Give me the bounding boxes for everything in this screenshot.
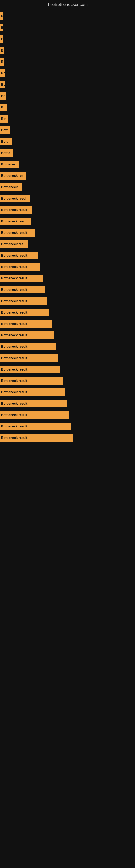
bar-row: Bottleneck result [0,432,135,443]
bar-item: Bottleneck result [0,229,35,237]
bar-row: Bo [0,45,135,56]
bar-item: Bo [0,46,4,54]
bar-row: Bottleneck resul [0,193,135,204]
bar-item: B [0,35,3,43]
bar-item: Bottle [0,149,13,157]
bar-label: Bottleneck result [1,208,27,212]
bar-label: B [1,37,3,41]
bar-row: Bottleneck result [0,341,135,352]
bar-item: Bottleneck result [0,434,74,442]
bar-row: Bot [0,113,135,124]
bar-label: Bottleneck result [1,265,27,269]
bar-label: B [1,26,3,30]
bar-label: Bottleneck res [1,242,24,246]
bar-item: Bottlenec [0,161,19,168]
bar-item: Bottleneck result [0,400,67,407]
bar-row: B [0,22,135,33]
bar-row: Bottleneck result [0,387,135,398]
bar-label: Bottleneck [1,185,17,189]
bar-row: Bo [0,79,135,90]
bar-label: Bottleneck result [1,299,27,303]
bar-row: Bottleneck result [0,273,135,284]
bar-item: Bottleneck result [0,423,71,430]
bar-item: Bo [0,92,6,100]
bar-item: Bottleneck result [0,354,58,362]
bar-row: Bottleneck result [0,398,135,409]
bar-item: B [0,24,3,31]
bar-label: Bottleneck result [1,288,27,291]
bar-row: Bottleneck res [0,170,135,181]
bar-row: Bott [0,125,135,135]
bar-label: Bottleneck result [1,356,27,360]
bar-label: Bottleneck result [1,311,27,314]
bar-item: Bottleneck result [0,297,47,305]
bar-row: Bottleneck result [0,330,135,341]
bar-row: Bottleneck res [0,239,135,250]
bar-item: Bottleneck result [0,275,43,282]
bar-item: Bottleneck result [0,343,56,350]
bar-label: Bo [1,94,5,98]
bar-row: Bottleneck resu [0,216,135,227]
bar-label: Bottleneck result [1,379,27,383]
bar-item: Bottleneck result [0,206,32,214]
bar-label: Bottleneck result [1,368,27,371]
bar-item: Bottleneck res [0,240,28,248]
site-title-container: TheBottlenecker.com [0,0,135,8]
bar-label: Bottleneck resu [1,219,26,223]
bar-label: Bottleneck result [1,390,27,394]
bar-label: Bottl [1,140,8,144]
bar-item: Bottleneck result [0,309,49,316]
bar-item: Bottl [0,138,12,145]
bar-item: Bott [0,126,10,134]
bar-label: Bottleneck result [1,333,27,337]
bar-item: Bottleneck result [0,252,38,259]
bar-label: Bottleneck result [1,402,27,405]
bar-label: Bott [1,128,8,132]
bar-row: Bottleneck [0,182,135,193]
bar-row: Bottleneck result [0,296,135,307]
bar-row: Bottl [0,136,135,147]
bar-label: Bo [1,83,5,87]
bar-item: Bottleneck result [0,332,54,339]
bar-label: B [1,14,3,18]
bar-item: Bottleneck [0,183,21,191]
bar-label: Bo [1,105,5,109]
bar-row: Bottleneck result [0,364,135,375]
bar-row: Bottleneck result [0,250,135,261]
bar-item: Bottleneck resul [0,195,30,203]
bar-item: Bottleneck result [0,366,60,373]
bar-label: Bo [1,71,5,75]
bar-row: Bo [0,56,135,67]
bar-label: Bottleneck result [1,322,27,326]
bar-label: Bottleneck result [1,276,27,280]
bar-row: Bottleneck result [0,261,135,272]
bar-item: B [0,12,3,20]
bar-label: Bottlenec [1,162,16,166]
bar-item: Bottleneck res [0,172,26,180]
bar-label: Bottle [1,151,10,155]
bar-row: Bottleneck result [0,352,135,364]
bar-label: Bo [1,60,4,64]
bar-row: B [0,11,135,22]
site-title: TheBottlenecker.com [0,0,135,8]
bar-label: Bottleneck result [1,231,27,235]
bar-item: Bottleneck result [0,286,45,293]
bar-row: Bottleneck result [0,307,135,318]
bar-item: Bottleneck result [0,377,63,384]
bar-label: Bo [1,49,4,52]
bar-item: Bot [0,115,8,123]
bar-item: Bottleneck result [0,411,69,419]
bar-label: Bottleneck result [1,345,27,348]
bar-row: Bo [0,102,135,113]
bar-item: Bo [0,81,5,88]
bar-row: Bottleneck result [0,227,135,238]
bar-label: Bottleneck result [1,436,27,440]
bar-label: Bottleneck result [1,413,27,417]
bar-label: Bot [1,117,6,121]
bar-label: Bottleneck res [1,174,24,178]
bar-row: Bo [0,91,135,101]
bar-item: Bo [0,104,7,111]
bar-row: Bottleneck result [0,375,135,386]
bar-row: Bottleneck result [0,205,135,215]
bar-label: Bottleneck result [1,254,27,257]
